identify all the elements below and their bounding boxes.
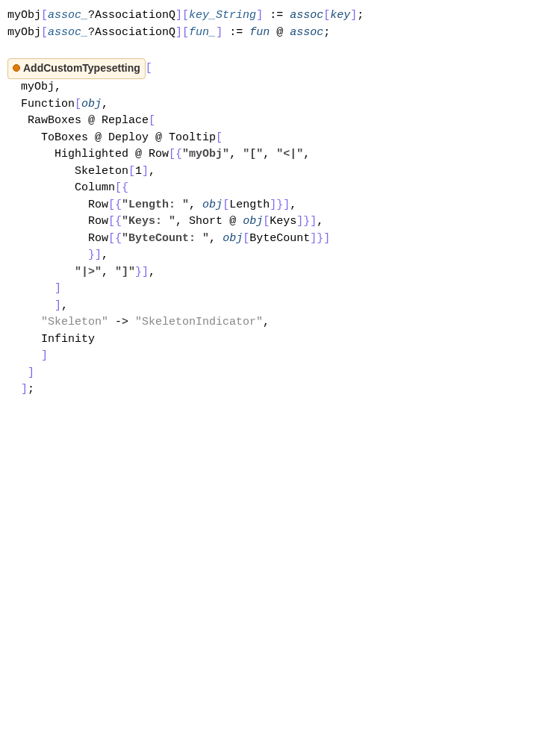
comma: ,	[303, 148, 310, 160]
bracket: [	[108, 232, 115, 245]
bracket: ]	[310, 215, 317, 228]
at: @	[88, 131, 108, 144]
brace: {	[122, 181, 128, 194]
comma: ,	[317, 215, 323, 228]
bracket: [	[128, 165, 135, 178]
bracket: ][	[175, 9, 189, 22]
comma: ,	[229, 148, 243, 160]
code-line: "Skeleton" -> "SkeletonIndicator",	[7, 314, 553, 331]
string: "<|"	[276, 148, 303, 160]
string: "SkeletonIndicator"	[135, 316, 263, 328]
brace: {	[175, 148, 182, 160]
semi: ;	[357, 9, 364, 22]
semi: ;	[28, 383, 34, 396]
pattern: assoc_	[48, 9, 88, 22]
fn-name: Row	[88, 232, 108, 245]
code-line: ],	[7, 298, 553, 315]
fn-name: Highlighted	[55, 148, 128, 160]
fn-name: Infinity	[41, 333, 95, 346]
comma: ,	[102, 98, 108, 110]
bracket: [	[146, 62, 152, 75]
comma: ,	[102, 249, 108, 261]
fn-name: Tooltip	[169, 131, 216, 144]
bracket: ]	[310, 232, 317, 245]
code-line: Highlighted @ Row[{"myObj", "[", "<|",	[7, 146, 553, 163]
code-line: ]	[7, 348, 553, 365]
bracket: [	[223, 199, 229, 211]
string: "Length: "	[122, 199, 189, 211]
var: fun	[249, 26, 270, 39]
code-line: "|>", "]"}],	[7, 264, 553, 281]
comma: ,	[61, 299, 68, 312]
arrow: ->	[108, 316, 135, 328]
string: "]"	[115, 266, 135, 278]
comma: ,	[209, 232, 223, 245]
symbol: myObj	[21, 81, 55, 93]
fn-name: Function	[21, 98, 75, 110]
semi: ;	[323, 26, 330, 39]
fn-name: Deploy	[108, 131, 149, 144]
code-line: Row[{"Length: ", obj[Length]}],	[7, 197, 553, 214]
bracket: [	[115, 181, 122, 194]
code-line: Row[{"ByteCount: ", obj[ByteCount]}]	[7, 231, 553, 248]
bracket: ]	[296, 215, 303, 228]
string: "Skeleton"	[41, 316, 108, 328]
fn-name: Row	[88, 199, 108, 211]
fn-name: ByteCount	[249, 232, 310, 245]
qmark: ?	[88, 26, 95, 39]
bracket: [	[75, 98, 81, 110]
fn-name: AssociationQ	[95, 26, 175, 39]
string: "["	[243, 148, 263, 160]
var: obj	[81, 98, 102, 110]
var: obj	[243, 215, 263, 228]
code-line: Skeleton[1],	[7, 163, 553, 181]
brace: }	[317, 232, 323, 245]
string: "|>"	[75, 266, 102, 278]
bracket: ]	[142, 266, 149, 278]
bracket: ]	[142, 165, 149, 178]
var: assoc	[290, 26, 323, 39]
bracket: [	[41, 26, 48, 39]
string: "myObj"	[182, 148, 229, 160]
bracket: ]	[55, 282, 61, 295]
bracket: ]	[270, 199, 276, 211]
brace: {	[115, 215, 122, 228]
code-line: RawBoxes @ Replace[	[7, 113, 553, 130]
fn-name: Skeleton	[75, 165, 128, 178]
comma: ,	[189, 199, 202, 211]
bracket: ]	[256, 9, 263, 22]
comma: ,	[102, 266, 115, 278]
var: obj	[223, 232, 243, 245]
var: obj	[202, 199, 223, 211]
brace: {	[115, 232, 122, 245]
fn-name: Replace	[102, 114, 149, 127]
bracket: [	[323, 9, 330, 22]
bracket: ]	[41, 349, 48, 362]
blank-line	[7, 41, 553, 58]
symbol: myObj	[7, 9, 41, 22]
comma: ,	[263, 316, 270, 328]
comma: ,	[149, 266, 155, 278]
fn-name: Column	[75, 181, 115, 194]
fn-name: Keys	[270, 215, 296, 228]
resource-function-box: AddCustomTypesetting	[7, 58, 146, 80]
pattern: fun_	[189, 26, 216, 39]
code-line: ]	[7, 365, 553, 382]
code-line-1: myObj[assoc_?AssociationQ][key_String] :…	[7, 7, 553, 25]
bracket: ]	[216, 26, 223, 39]
resource-name: AddCustomTypesetting	[23, 62, 140, 74]
comma: ,	[149, 165, 155, 178]
fn-name: Short	[189, 215, 223, 228]
comma: ,	[55, 81, 61, 93]
bracket: [	[243, 232, 249, 245]
bracket: ]	[21, 383, 28, 396]
bracket: ]	[283, 199, 290, 211]
brace: }	[135, 266, 142, 278]
fn-name: Row	[149, 148, 169, 160]
bracket: ]	[323, 232, 330, 245]
bracket: [	[169, 148, 175, 160]
at: @	[128, 148, 149, 160]
bracket: [	[41, 9, 48, 22]
assign: :=	[223, 26, 249, 39]
code-line: ToBoxes @ Deploy @ Tooltip[	[7, 130, 553, 147]
